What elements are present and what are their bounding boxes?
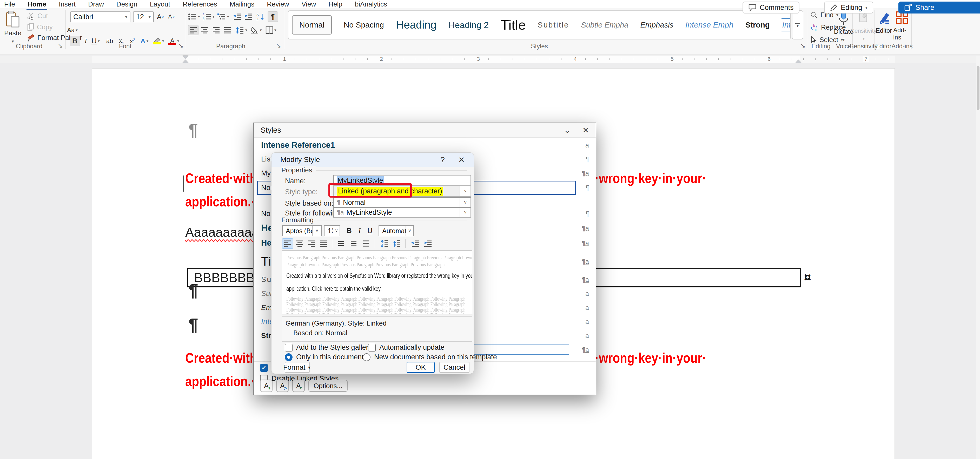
increase-indent-button[interactable] [243,11,254,22]
style-based-on-dropdown[interactable]: ¶ Normal ˅ [333,197,471,208]
ribbon-tab-file[interactable]: File [4,0,16,8]
format-menu-button[interactable]: Format ▼ [285,362,310,373]
align-left-button[interactable] [188,25,199,35]
paragraph-dialog-launcher[interactable]: ↘ [276,42,281,49]
shrink-font-button[interactable]: A˅ [166,11,177,22]
double-spacing-button[interactable] [361,238,372,249]
align-right-button[interactable] [306,238,317,249]
ribbon-tab-mailings[interactable]: Mailings [229,0,255,8]
change-case-button[interactable]: Aa▾ [67,25,78,35]
options-button[interactable]: Options... [309,380,348,392]
grow-font-button[interactable]: A˄ [155,11,166,22]
chevron-down-icon[interactable]: ⌄ [564,125,571,135]
gallery-item-emphasis[interactable]: Emphasis [640,21,673,29]
format-font-combobox[interactable]: Aptos (Body) ˅ [282,226,321,236]
help-icon[interactable]: ? [441,155,445,164]
borders-button[interactable]: ▾ [266,25,277,35]
new-style-button[interactable]: A+ [260,380,272,392]
increase-space-before-button[interactable] [379,238,390,249]
dictate-button[interactable]: Dictate ▾ [835,10,852,42]
style-inspector-button[interactable]: A⌕ [276,380,289,392]
gallery-item-strong[interactable]: Strong [745,21,770,29]
style-for-following-dropdown[interactable]: ¶a MyLinkedStyle ˅ [333,207,471,218]
multilevel-list-button[interactable]: ▾ [217,11,229,22]
style-gallery-more-button[interactable]: ▾ [792,10,803,40]
align-center-button[interactable] [199,25,210,35]
gallery-item-intense-emph[interactable]: Intense Emph [686,21,733,29]
decrease-indent-button[interactable] [232,11,243,22]
ribbon-tab-home[interactable]: Home [27,0,47,8]
format-italic-button[interactable]: I [355,226,364,236]
new-documents-radio[interactable]: New documents based on this template [363,353,497,361]
editor-button[interactable]: Editor [876,10,892,34]
ribbon-tab-design[interactable]: Design [116,0,138,8]
gallery-item-subtitle[interactable]: Subtitle [538,21,569,29]
share-button[interactable]: Share [899,2,980,14]
only-in-this-document-radio[interactable]: Only in this document [285,353,364,361]
gallery-item-intense-quote[interactable]: Intense Quote [781,21,791,29]
ok-button[interactable]: OK [407,362,435,373]
cut-button[interactable]: Cut [27,12,48,20]
add-ins-button[interactable]: Add-ins [893,10,911,41]
italic-button[interactable]: I [81,36,91,46]
close-icon[interactable]: ✕ [582,125,589,135]
automatically-update-checkbox[interactable]: Automatically update [368,343,444,351]
one-half-spacing-button[interactable] [348,238,359,249]
align-left-button[interactable] [282,238,293,249]
format-bold-button[interactable]: B [344,226,354,236]
ribbon-tab-references[interactable]: References [182,0,218,8]
add-to-gallery-checkbox[interactable]: Add to the Styles gallery [285,343,372,351]
comments-button[interactable]: Comments [743,2,799,14]
numbering-button[interactable]: 123▾ [203,11,215,22]
line-spacing-button[interactable]: ▾ [235,25,247,35]
increase-indent-button[interactable] [422,238,433,249]
align-right-button[interactable] [211,25,221,35]
strikethrough-button[interactable]: ab [105,36,115,46]
ribbon-tab-layout[interactable]: Layout [150,0,171,8]
text-effects-button[interactable]: A▾ [139,36,150,46]
shading-button[interactable]: ▾ [250,25,262,35]
gallery-item-normal[interactable]: Normal [292,15,332,35]
font-color-button[interactable]: A▾ [169,36,179,46]
decrease-indent-button[interactable] [410,238,421,249]
left-indent-marker[interactable] [183,60,188,63]
gallery-item-heading[interactable]: Heading [396,19,436,31]
right-indent-marker[interactable] [795,60,801,63]
clipboard-dialog-launcher[interactable]: ↘ [58,42,63,49]
highlight-color-button[interactable]: ▾ [153,36,164,46]
bullets-button[interactable]: ▾ [188,11,200,22]
gallery-item-heading-2[interactable]: Heading 2 [449,20,489,30]
align-center-button[interactable] [294,238,305,249]
bold-button[interactable]: B [70,36,80,46]
paste-button[interactable]: Paste ▾ [4,10,22,44]
font-dialog-launcher[interactable]: ↘ [178,42,183,49]
single-spacing-button[interactable] [336,238,347,249]
ribbon-tab-bianalytics[interactable]: biAnalytics [355,0,388,8]
justify-button[interactable] [223,25,233,35]
gallery-item-subtle-empha[interactable]: Subtle Empha [581,21,628,29]
format-size-combobox[interactable]: 12 ˅ [324,226,340,236]
underline-button[interactable]: U▾ [91,36,101,46]
format-color-combobox[interactable]: Automatic ˅ [379,226,414,236]
first-line-indent-marker[interactable] [183,56,188,59]
style-item-intense-reference1[interactable]: Intense Reference1a [255,138,595,152]
gallery-item-no-spacing[interactable]: No Spacing [344,21,384,29]
copy-button[interactable]: Copy [27,23,53,31]
styles-dialog-launcher[interactable]: ↘ [800,42,805,49]
cancel-button[interactable]: Cancel [439,362,469,373]
ribbon-tab-insert[interactable]: Insert [58,0,76,8]
ribbon-tab-view[interactable]: View [301,0,317,8]
format-underline-button[interactable]: U [365,226,375,236]
ribbon-tab-review[interactable]: Review [266,0,290,8]
decrease-space-after-button[interactable] [391,238,402,249]
close-icon[interactable]: ✕ [458,155,465,164]
ribbon-tab-help[interactable]: Help [328,0,343,8]
manage-styles-button[interactable]: A✓ [292,380,305,392]
editing-mode-button[interactable]: Editing ▾ [824,2,873,14]
scrollbar-thumb[interactable] [977,66,980,110]
gallery-item-title[interactable]: Title [501,17,526,33]
justify-button[interactable] [318,238,329,249]
show-formatting-marks-button[interactable]: ¶ [267,11,278,22]
font-size-combobox[interactable]: 12▾ [133,11,154,22]
ribbon-tab-draw[interactable]: Draw [88,0,105,8]
